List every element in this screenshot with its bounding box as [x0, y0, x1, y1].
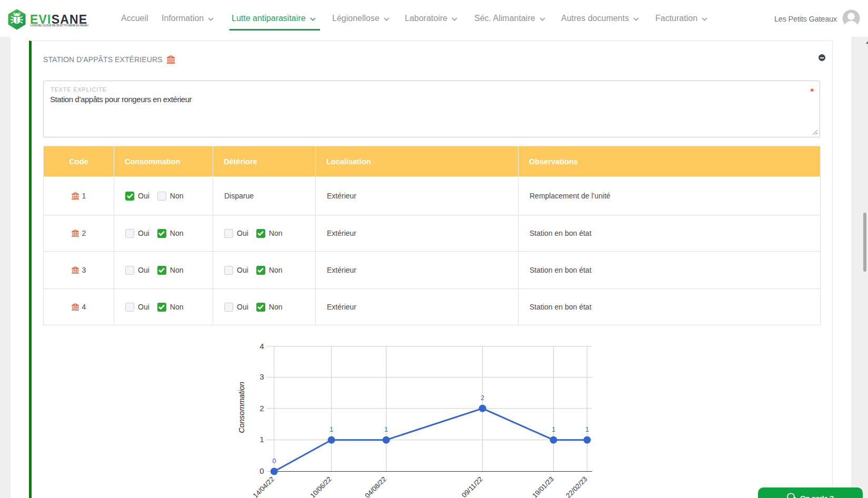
svg-text:3: 3 [260, 372, 264, 381]
svg-text:Consommation: Consommation [237, 382, 246, 433]
svg-text:1: 1 [384, 425, 388, 433]
svg-text:4: 4 [260, 342, 264, 351]
svg-text:14/04/22: 14/04/22 [252, 475, 276, 498]
svg-text:0: 0 [272, 457, 276, 465]
svg-text:09/11/22: 09/11/22 [460, 475, 484, 498]
svg-text:1: 1 [552, 425, 555, 433]
svg-text:19/01/23: 19/01/23 [531, 475, 555, 498]
svg-text:04/08/22: 04/08/22 [363, 475, 387, 498]
svg-text:22/02/23: 22/02/23 [564, 475, 588, 498]
svg-text:0: 0 [260, 466, 264, 475]
svg-text:1: 1 [330, 425, 333, 433]
svg-text:2: 2 [481, 394, 484, 402]
svg-text:2: 2 [260, 404, 264, 413]
svg-text:1: 1 [260, 435, 264, 444]
svg-text:10/06/22: 10/06/22 [308, 475, 333, 498]
svg-text:1: 1 [585, 425, 589, 433]
